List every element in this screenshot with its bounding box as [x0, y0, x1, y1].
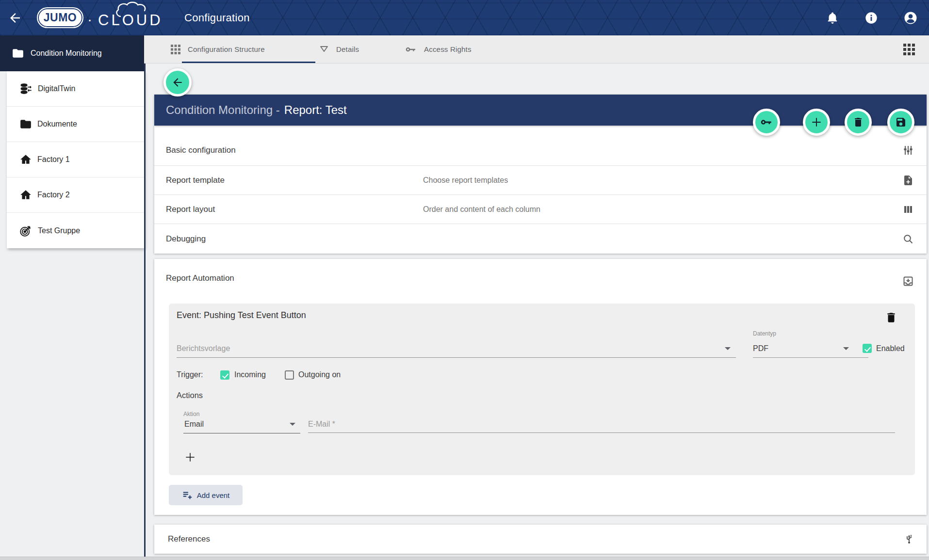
key-icon — [760, 116, 773, 128]
report-template-select[interactable]: Berichtsvorlage — [177, 344, 230, 353]
jumo-logo-text: JUMO — [44, 11, 77, 24]
sidebar-item-test-gruppe[interactable]: Test Gruppe — [7, 213, 144, 248]
trash-icon[interactable] — [885, 311, 897, 324]
row-debugging[interactable]: Debugging — [154, 224, 927, 254]
jumo-logo: JUMO — [37, 7, 83, 28]
chevron-down-icon[interactable] — [725, 347, 731, 350]
select-underline — [753, 357, 868, 358]
input-underline — [308, 432, 895, 433]
row-secondary: Order and content of each column — [423, 205, 540, 214]
account-icon[interactable] — [903, 11, 917, 24]
row-secondary: Choose report templates — [423, 176, 508, 185]
email-field[interactable]: E-Mail * — [308, 420, 335, 429]
references-label: References — [168, 534, 210, 544]
bottom-edge-strip — [0, 557, 929, 560]
basic-configuration-card: Basic configuration Report template Choo… — [154, 126, 927, 254]
plus-icon — [810, 116, 823, 128]
datatype-select[interactable]: PDF — [753, 344, 768, 353]
back-arrow-icon[interactable] — [8, 11, 22, 25]
usb-icon[interactable] — [903, 533, 915, 545]
key-icon — [405, 44, 417, 55]
app-bar: JUMO · CLOUD Configuration — [0, 0, 929, 35]
back-fab-button[interactable] — [163, 68, 192, 96]
sidebar-item-label: Factory 2 — [37, 191, 70, 199]
grid-icon — [171, 45, 180, 54]
sidebar-item-label: DigitalTwin — [38, 84, 75, 93]
add-event-button[interactable]: Add event — [169, 485, 243, 505]
tune-sliders-icon[interactable] — [902, 144, 914, 156]
row-report-layout[interactable]: Report layout Order and content of each … — [154, 195, 927, 224]
tab-label: Details — [336, 45, 359, 53]
playlist-add-icon — [182, 490, 193, 500]
enabled-checkbox[interactable] — [863, 344, 872, 353]
access-rights-fab-button[interactable] — [753, 109, 780, 136]
save-icon — [895, 116, 907, 128]
sidebar-item-condition-monitoring[interactable]: Condition Monitoring — [0, 35, 144, 71]
section-title: Report Automation — [166, 273, 234, 283]
note-add-icon[interactable] — [902, 175, 914, 186]
outgoing-checkbox[interactable] — [285, 370, 294, 380]
grid-view-icon[interactable] — [903, 44, 915, 55]
tab-details[interactable]: Details — [319, 35, 359, 63]
save-fab-button[interactable] — [887, 109, 914, 136]
cloud-logo-text: CLOUD — [98, 12, 163, 29]
arrow-left-icon — [171, 76, 184, 89]
sidebar-item-factory-1[interactable]: Factory 1 — [7, 142, 144, 177]
add-action-button[interactable] — [184, 451, 196, 464]
target-arrow-icon — [19, 224, 33, 237]
chevron-down-icon[interactable] — [290, 423, 295, 426]
inbox-download-icon[interactable] — [902, 275, 914, 287]
tab-label: Access Rights — [424, 45, 472, 53]
tab-label: Configuration Structure — [188, 45, 265, 53]
info-icon[interactable] — [864, 11, 878, 25]
incoming-label: Incoming — [234, 370, 266, 379]
columns-icon[interactable] — [902, 204, 914, 215]
tab-bar: Configuration Structure Details Access R… — [144, 35, 929, 64]
search-icon[interactable] — [902, 233, 914, 245]
jumo-cloud-app: JUMO · CLOUD Configuration Configuration… — [0, 0, 929, 560]
tab-access-rights[interactable]: Access Rights — [405, 35, 472, 63]
action-select[interactable]: Email — [184, 420, 204, 429]
trigger-label: Trigger: — [177, 370, 203, 379]
outgoing-label: Outgoing on — [298, 370, 341, 379]
sidebar-item-digitaltwin[interactable]: DigitalTwin — [7, 71, 144, 107]
actions-label: Actions — [177, 391, 203, 400]
folder-icon — [12, 47, 24, 60]
detail-title-name: Report: Test — [284, 103, 347, 117]
page-title: Configuration — [184, 0, 250, 35]
report-automation-card: Report Automation Event: Pushing Test Ev… — [154, 259, 927, 515]
content-scrollbar[interactable] — [144, 64, 146, 560]
action-label: Aktion — [183, 411, 199, 417]
logo-separator: · — [87, 11, 92, 28]
select-underline — [183, 433, 300, 433]
row-label: Report layout — [166, 205, 215, 214]
datatype-label: Datentyp — [753, 330, 776, 337]
sidebar-list: DigitalTwin Dokumente Factory 1 Factory … — [7, 71, 144, 248]
detail-title-prefix: Condition Monitoring - — [166, 103, 280, 117]
add-event-label: Add event — [197, 491, 230, 499]
incoming-checkbox[interactable] — [220, 370, 229, 380]
row-label: Report template — [166, 176, 225, 185]
event-panel: Event: Pushing Test Event Button Bericht… — [169, 304, 915, 475]
row-label: Debugging — [166, 234, 206, 244]
folder-icon — [19, 118, 32, 130]
chevron-down-icon[interactable] — [843, 347, 849, 350]
sidebar-item-dokumente[interactable]: Dokumente — [7, 107, 144, 142]
add-fab-button[interactable] — [803, 109, 830, 136]
sidebar-item-label: Condition Monitoring — [31, 49, 102, 58]
sidebar-item-label: Factory 1 — [37, 155, 70, 164]
sidebar-item-factory-2[interactable]: Factory 2 — [7, 177, 144, 213]
row-report-template[interactable]: Report template Choose report templates — [154, 166, 927, 195]
digital-twin-database-icon — [19, 82, 33, 96]
references-card[interactable]: References — [154, 525, 927, 554]
home-icon — [19, 189, 32, 201]
select-underline — [177, 357, 736, 358]
row-label: Basic configuration — [166, 145, 236, 155]
sidebar-item-label: Test Gruppe — [38, 226, 80, 235]
sidebar-item-label: Dokumente — [37, 120, 77, 128]
funnel-icon — [319, 45, 329, 54]
notifications-bell-icon[interactable] — [826, 11, 839, 25]
tab-configuration-structure[interactable]: Configuration Structure — [171, 35, 265, 63]
enabled-label: Enabled — [876, 344, 905, 353]
delete-fab-button[interactable] — [845, 109, 872, 136]
